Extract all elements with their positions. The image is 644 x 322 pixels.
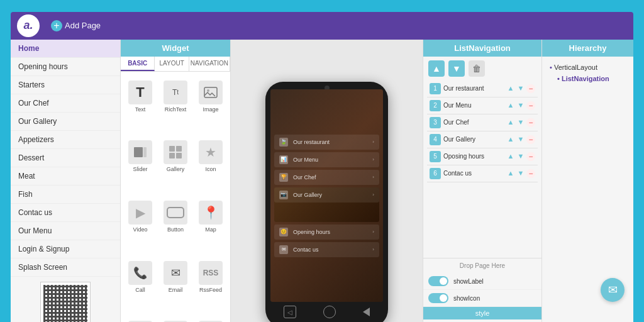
- icon-icon: ★: [199, 140, 223, 164]
- sidebar-item-login-signup[interactable]: Login & Signup: [11, 240, 120, 258]
- list-nav-row-2[interactable]: 2 Our Menu ▲ ▼ −: [427, 97, 538, 114]
- widget-slider[interactable]: Slider: [123, 136, 157, 196]
- widget-map[interactable]: 📍 Map: [194, 197, 228, 256]
- content-area: Home Opening hours Starters Our Chef Our…: [11, 40, 633, 323]
- widget-webview[interactable]: </> WebView: [123, 317, 157, 322]
- phone-menu-item-contact[interactable]: ✉ Contac us ›: [274, 242, 379, 257]
- sidebar-item-our-gallery[interactable]: Our Gallery: [11, 113, 120, 131]
- phone-menu-item-opening[interactable]: 😊 Opening hours ›: [274, 225, 379, 240]
- widget-gallery-label: Gallery: [167, 166, 185, 172]
- row-remove-1[interactable]: −: [526, 84, 535, 93]
- row-down-6[interactable]: ▼: [516, 169, 525, 178]
- row-up-3[interactable]: ▲: [506, 118, 515, 127]
- sidebar-item-home[interactable]: Home: [11, 40, 120, 58]
- hierarchy-node-vertical-layout[interactable]: VerticalLayout: [547, 62, 628, 73]
- tab-navigation[interactable]: NAVIGATION: [189, 57, 230, 71]
- move-down-btn[interactable]: ▼: [448, 60, 465, 77]
- row-down-5[interactable]: ▼: [516, 152, 525, 161]
- row-down-2[interactable]: ▼: [516, 101, 525, 110]
- row-up-6[interactable]: ▲: [506, 169, 515, 178]
- list-nav-row-3[interactable]: 3 Our Chef ▲ ▼ −: [427, 114, 538, 131]
- phone-screen: 🍃 Our restaurant › 📊 Our Menu › 🏆 Our Ch…: [270, 89, 383, 302]
- widget-email-label: Email: [169, 287, 183, 293]
- widget-image[interactable]: Image: [194, 77, 228, 136]
- sidebar-item-our-chef[interactable]: Our Chef: [11, 94, 120, 113]
- sidebar-item-contac-us[interactable]: Contac us: [11, 204, 120, 222]
- widget-button[interactable]: Button: [158, 197, 192, 256]
- phone-menu-chef-label: Our Chef: [293, 174, 316, 180]
- arrow-icon: ›: [372, 139, 374, 145]
- phone-menu-item-menu[interactable]: 📊 Our Menu ›: [274, 152, 379, 167]
- tab-basic[interactable]: BASIC: [121, 57, 155, 71]
- hierarchy-node-list-navigation[interactable]: ListNavigation: [547, 73, 628, 84]
- phone-menu-item-chef[interactable]: 🏆 Our Chef ›: [274, 170, 379, 185]
- row-up-2[interactable]: ▲: [506, 101, 515, 110]
- delete-btn[interactable]: 🗑: [469, 60, 485, 77]
- list-nav-row-6[interactable]: 6 Contac us ▲ ▼ −: [427, 165, 538, 182]
- phone-menu-btn[interactable]: [363, 308, 370, 316]
- widget-email[interactable]: ✉ Email: [158, 257, 192, 316]
- drop-page-zone[interactable]: Drop Page Here: [423, 258, 541, 273]
- sidebar-item-starters[interactable]: Starters: [11, 76, 120, 94]
- widget-grid: T Text Tt RichText Image S: [121, 72, 230, 323]
- sidebar-item-meat[interactable]: Meat: [11, 167, 120, 186]
- hierarchy-header: Hierarchy: [542, 40, 633, 57]
- list-nav-row-4[interactable]: 4 Our Gallery ▲ ▼ −: [427, 131, 538, 148]
- slider-icon: [128, 140, 152, 164]
- row-remove-4[interactable]: −: [526, 135, 535, 144]
- widget-video-label: Video: [133, 226, 148, 233]
- widget-gallery[interactable]: Gallery: [158, 136, 192, 196]
- row-down-3[interactable]: ▼: [516, 118, 525, 127]
- widget-map-label: Map: [205, 226, 216, 233]
- row-up-1[interactable]: ▲: [506, 84, 515, 93]
- list-nav-row-1[interactable]: 1 Our restaurant ▲ ▼ −: [427, 80, 538, 97]
- row-up-4[interactable]: ▲: [506, 135, 515, 144]
- sidebar-item-splash-screen[interactable]: Splash Screen: [11, 258, 120, 277]
- phone-home-btn[interactable]: [323, 306, 336, 318]
- row-remove-5[interactable]: −: [526, 152, 535, 161]
- widget-call[interactable]: 📞 Call: [123, 257, 157, 316]
- sidebar-item-appetizers[interactable]: Appetizers: [11, 131, 120, 149]
- svg-rect-5: [176, 146, 182, 152]
- email-fab[interactable]: ✉: [601, 278, 625, 302]
- show-icon-switch[interactable]: [428, 293, 448, 303]
- widget-wordpress[interactable]: W Wordpress: [158, 317, 192, 322]
- phone-menu-opening-label: Opening hours: [293, 229, 330, 235]
- add-page-button[interactable]: + Add Page: [46, 18, 106, 34]
- row-num-6: 6: [430, 168, 441, 179]
- row-remove-3[interactable]: −: [526, 118, 535, 127]
- text-icon: T: [128, 80, 152, 104]
- phone-menu-item-gallery[interactable]: 📷 Our Gallery ›: [274, 187, 379, 203]
- show-label-switch[interactable]: [428, 276, 448, 286]
- svg-rect-2: [134, 147, 143, 157]
- arrow-icon-3: ›: [372, 174, 374, 180]
- widget-video[interactable]: ▶ Video: [123, 197, 157, 256]
- row-down-4[interactable]: ▼: [516, 135, 525, 144]
- show-icon-toggle[interactable]: showIcon: [423, 290, 541, 307]
- tab-layout[interactable]: LAYOUT: [155, 57, 189, 71]
- row-actions-2: ▲ ▼ −: [506, 101, 535, 110]
- show-label-toggle[interactable]: showLabel: [423, 273, 541, 290]
- phone-back-btn[interactable]: ◁: [284, 306, 296, 318]
- widget-icon[interactable]: ★ Icon: [194, 136, 228, 196]
- arrow-icon-6: ›: [372, 247, 374, 252]
- widget-text[interactable]: T Text: [123, 77, 157, 136]
- widget-button-label: Button: [167, 226, 184, 233]
- row-remove-2[interactable]: −: [526, 101, 535, 110]
- row-up-5[interactable]: ▲: [506, 152, 515, 161]
- widget-blog[interactable]: ≡ Blog: [194, 317, 228, 322]
- list-nav-row-5[interactable]: 5 Oposing hours ▲ ▼ −: [427, 148, 538, 165]
- row-down-1[interactable]: ▼: [516, 84, 525, 93]
- sidebar-item-opening-hours[interactable]: Opening hours: [11, 58, 120, 76]
- sidebar-item-dessert[interactable]: Dessert: [11, 149, 120, 167]
- phone-menu-item-restaurant[interactable]: 🍃 Our restaurant ›: [274, 135, 379, 150]
- widget-richtext[interactable]: Tt RichText: [158, 77, 192, 136]
- widget-call-label: Call: [135, 287, 145, 293]
- row-label-6: Contac us: [443, 170, 504, 177]
- row-remove-6[interactable]: −: [526, 169, 535, 178]
- move-up-btn[interactable]: ▲: [428, 60, 445, 77]
- sidebar-item-our-menu[interactable]: Our Menu: [11, 222, 120, 240]
- sidebar-item-fish[interactable]: Fish: [11, 186, 120, 204]
- phone-menu-list: 🍃 Our restaurant › 📊 Our Menu › 🏆 Our Ch…: [270, 89, 383, 302]
- widget-rssfeed[interactable]: RSS RssFeed: [194, 257, 228, 316]
